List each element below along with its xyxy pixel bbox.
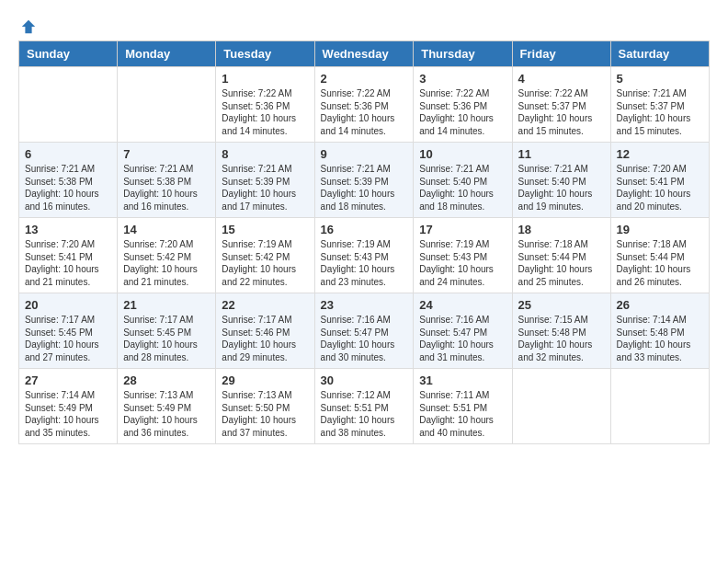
calendar-cell: 15Sunrise: 7:19 AMSunset: 5:42 PMDayligh…: [216, 218, 314, 293]
logo-icon: [20, 18, 37, 35]
calendar-cell: 6Sunrise: 7:21 AMSunset: 5:38 PMDaylight…: [19, 143, 118, 218]
calendar-cell: 10Sunrise: 7:21 AMSunset: 5:40 PMDayligh…: [414, 143, 512, 218]
day-number: 13: [25, 223, 111, 236]
cell-info: Sunrise: 7:22 AMSunset: 5:37 PMDaylight:…: [518, 87, 605, 137]
svg-marker-0: [22, 20, 35, 33]
day-header-thursday: Thursday: [414, 41, 512, 67]
cell-info: Sunrise: 7:15 AMSunset: 5:48 PMDaylight:…: [518, 314, 605, 363]
calendar-cell: 2Sunrise: 7:22 AMSunset: 5:36 PMDaylight…: [314, 67, 414, 143]
day-number: 19: [617, 223, 703, 236]
calendar-week-row: 1Sunrise: 7:22 AMSunset: 5:36 PMDaylight…: [19, 67, 710, 143]
cell-info: Sunrise: 7:19 AMSunset: 5:43 PMDaylight:…: [419, 238, 506, 288]
day-number: 1: [222, 72, 308, 86]
calendar-cell: 23Sunrise: 7:16 AMSunset: 5:47 PMDayligh…: [314, 293, 414, 369]
cell-info: Sunrise: 7:16 AMSunset: 5:47 PMDaylight:…: [321, 314, 408, 363]
calendar-cell: 4Sunrise: 7:22 AMSunset: 5:37 PMDaylight…: [512, 67, 610, 143]
day-number: 28: [123, 373, 210, 387]
calendar-cell: 8Sunrise: 7:21 AMSunset: 5:39 PMDaylight…: [216, 143, 314, 218]
calendar-cell: 12Sunrise: 7:20 AMSunset: 5:41 PMDayligh…: [610, 143, 709, 218]
day-number: 6: [25, 147, 111, 161]
day-number: 23: [321, 298, 408, 312]
day-number: 29: [222, 373, 308, 387]
cell-info: Sunrise: 7:19 AMSunset: 5:42 PMDaylight:…: [222, 238, 308, 288]
cell-info: Sunrise: 7:11 AMSunset: 5:51 PMDaylight:…: [419, 389, 506, 439]
day-number: 22: [222, 298, 308, 312]
cell-info: Sunrise: 7:21 AMSunset: 5:40 PMDaylight:…: [419, 163, 506, 213]
calendar-cell: 11Sunrise: 7:21 AMSunset: 5:40 PMDayligh…: [512, 143, 610, 218]
calendar-cell: 27Sunrise: 7:14 AMSunset: 5:49 PMDayligh…: [19, 369, 118, 444]
calendar-cell: [610, 369, 709, 444]
cell-info: Sunrise: 7:21 AMSunset: 5:38 PMDaylight:…: [123, 163, 210, 213]
day-number: 25: [518, 298, 605, 312]
day-header-saturday: Saturday: [610, 41, 709, 67]
calendar-cell: 16Sunrise: 7:19 AMSunset: 5:43 PMDayligh…: [314, 218, 414, 293]
cell-info: Sunrise: 7:16 AMSunset: 5:47 PMDaylight:…: [419, 314, 506, 363]
calendar-cell: 13Sunrise: 7:20 AMSunset: 5:41 PMDayligh…: [19, 218, 118, 293]
day-header-monday: Monday: [118, 41, 216, 67]
calendar-cell: 20Sunrise: 7:17 AMSunset: 5:45 PMDayligh…: [19, 293, 118, 369]
cell-info: Sunrise: 7:22 AMSunset: 5:36 PMDaylight:…: [222, 87, 308, 137]
day-number: 12: [617, 147, 703, 161]
calendar-cell: 24Sunrise: 7:16 AMSunset: 5:47 PMDayligh…: [414, 293, 512, 369]
calendar-table: SundayMondayTuesdayWednesdayThursdayFrid…: [18, 40, 710, 444]
day-header-friday: Friday: [512, 41, 610, 67]
day-header-tuesday: Tuesday: [216, 41, 314, 67]
day-number: 9: [321, 147, 408, 161]
cell-info: Sunrise: 7:17 AMSunset: 5:45 PMDaylight:…: [25, 314, 111, 363]
cell-info: Sunrise: 7:21 AMSunset: 5:39 PMDaylight:…: [321, 163, 408, 213]
cell-info: Sunrise: 7:18 AMSunset: 5:44 PMDaylight:…: [617, 238, 703, 288]
calendar-cell: [512, 369, 610, 444]
day-number: 7: [123, 147, 210, 161]
cell-info: Sunrise: 7:20 AMSunset: 5:42 PMDaylight:…: [123, 238, 210, 288]
cell-info: Sunrise: 7:12 AMSunset: 5:51 PMDaylight:…: [321, 389, 408, 439]
cell-info: Sunrise: 7:14 AMSunset: 5:48 PMDaylight:…: [617, 314, 703, 363]
cell-info: Sunrise: 7:18 AMSunset: 5:44 PMDaylight:…: [518, 238, 605, 288]
calendar-cell: 9Sunrise: 7:21 AMSunset: 5:39 PMDaylight…: [314, 143, 414, 218]
cell-info: Sunrise: 7:13 AMSunset: 5:49 PMDaylight:…: [123, 389, 210, 439]
day-number: 24: [419, 298, 506, 312]
cell-info: Sunrise: 7:17 AMSunset: 5:45 PMDaylight:…: [123, 314, 210, 363]
calendar-cell: 5Sunrise: 7:21 AMSunset: 5:37 PMDaylight…: [610, 67, 709, 143]
cell-info: Sunrise: 7:21 AMSunset: 5:40 PMDaylight:…: [518, 163, 605, 213]
calendar-week-row: 6Sunrise: 7:21 AMSunset: 5:38 PMDaylight…: [19, 143, 710, 218]
page-header: [18, 18, 710, 31]
cell-info: Sunrise: 7:14 AMSunset: 5:49 PMDaylight:…: [25, 389, 111, 439]
calendar-cell: 1Sunrise: 7:22 AMSunset: 5:36 PMDaylight…: [216, 67, 314, 143]
calendar-cell: 17Sunrise: 7:19 AMSunset: 5:43 PMDayligh…: [414, 218, 512, 293]
calendar-cell: 3Sunrise: 7:22 AMSunset: 5:36 PMDaylight…: [414, 67, 512, 143]
calendar-cell: 21Sunrise: 7:17 AMSunset: 5:45 PMDayligh…: [118, 293, 216, 369]
calendar-cell: 7Sunrise: 7:21 AMSunset: 5:38 PMDaylight…: [118, 143, 216, 218]
calendar-cell: [118, 67, 216, 143]
cell-info: Sunrise: 7:21 AMSunset: 5:38 PMDaylight:…: [25, 163, 111, 213]
cell-info: Sunrise: 7:22 AMSunset: 5:36 PMDaylight:…: [419, 87, 506, 137]
cell-info: Sunrise: 7:22 AMSunset: 5:36 PMDaylight:…: [321, 87, 408, 137]
day-header-wednesday: Wednesday: [314, 41, 414, 67]
calendar-week-row: 13Sunrise: 7:20 AMSunset: 5:41 PMDayligh…: [19, 218, 710, 293]
calendar-week-row: 20Sunrise: 7:17 AMSunset: 5:45 PMDayligh…: [19, 293, 710, 369]
day-number: 2: [321, 72, 408, 86]
day-number: 4: [518, 72, 605, 86]
day-number: 15: [222, 223, 308, 236]
day-number: 30: [321, 373, 408, 387]
day-number: 27: [25, 373, 111, 387]
day-number: 16: [321, 223, 408, 236]
calendar-cell: 30Sunrise: 7:12 AMSunset: 5:51 PMDayligh…: [314, 369, 414, 444]
day-number: 18: [518, 223, 605, 236]
cell-info: Sunrise: 7:19 AMSunset: 5:43 PMDaylight:…: [321, 238, 408, 288]
day-number: 5: [617, 72, 703, 86]
calendar-header-row: SundayMondayTuesdayWednesdayThursdayFrid…: [19, 41, 710, 67]
calendar-cell: 31Sunrise: 7:11 AMSunset: 5:51 PMDayligh…: [414, 369, 512, 444]
calendar-cell: [19, 67, 118, 143]
day-number: 17: [419, 223, 506, 236]
calendar-cell: 22Sunrise: 7:17 AMSunset: 5:46 PMDayligh…: [216, 293, 314, 369]
cell-info: Sunrise: 7:13 AMSunset: 5:50 PMDaylight:…: [222, 389, 308, 439]
day-number: 26: [617, 298, 703, 312]
day-number: 31: [419, 373, 506, 387]
day-number: 8: [222, 147, 308, 161]
day-number: 20: [25, 298, 111, 312]
logo: [18, 18, 37, 31]
cell-info: Sunrise: 7:20 AMSunset: 5:41 PMDaylight:…: [25, 238, 111, 288]
cell-info: Sunrise: 7:21 AMSunset: 5:37 PMDaylight:…: [617, 87, 703, 137]
calendar-cell: 18Sunrise: 7:18 AMSunset: 5:44 PMDayligh…: [512, 218, 610, 293]
day-number: 11: [518, 147, 605, 161]
